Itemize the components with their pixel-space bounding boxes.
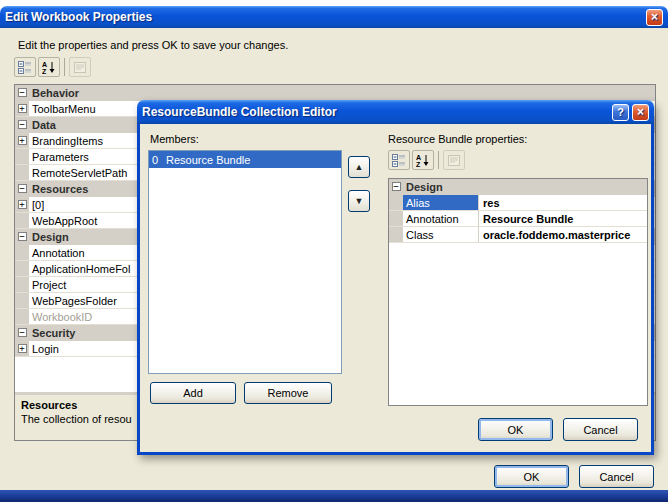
property-row-annotation[interactable]: AnnotationResource Bundle bbox=[389, 211, 647, 227]
row-label: Design bbox=[29, 231, 69, 243]
property-row-alias[interactable]: Aliasres bbox=[389, 195, 647, 211]
expand-icon[interactable]: + bbox=[18, 104, 27, 113]
alphabetical-sort-icon[interactable]: A Z bbox=[38, 57, 60, 77]
row-label: Design bbox=[403, 181, 443, 193]
row-gutter bbox=[389, 211, 403, 226]
move-up-button[interactable]: ▲ bbox=[348, 156, 370, 178]
up-arrow-icon: ▲ bbox=[355, 163, 364, 172]
expand-icon[interactable]: + bbox=[18, 200, 27, 209]
row-label: ToolbarMenu bbox=[29, 103, 96, 115]
row-gutter: − bbox=[15, 229, 29, 244]
collapse-icon[interactable]: − bbox=[18, 184, 27, 193]
property-value[interactable]: Resource Bundle bbox=[479, 213, 647, 225]
row-gutter: + bbox=[15, 101, 29, 116]
row-gutter bbox=[15, 149, 29, 164]
toolbar-separator bbox=[64, 58, 65, 76]
row-gutter bbox=[389, 227, 403, 242]
row-label: WebAppRoot bbox=[29, 215, 97, 227]
close-icon[interactable]: × bbox=[646, 9, 663, 26]
row-gutter bbox=[15, 277, 29, 292]
row-gutter bbox=[389, 195, 403, 210]
instructions-text: Edit the properties and press OK to save… bbox=[18, 39, 288, 51]
row-gutter bbox=[15, 309, 29, 324]
alphabetical-sort-icon[interactable]: A Z bbox=[412, 150, 434, 170]
member-row-resource-bundle[interactable]: 0Resource Bundle bbox=[149, 151, 341, 168]
row-label: WebPagesFolder bbox=[29, 295, 117, 307]
property-name[interactable]: Alias bbox=[403, 195, 479, 210]
row-label: Parameters bbox=[29, 151, 89, 163]
outer-cancel-button[interactable]: Cancel bbox=[579, 465, 654, 488]
remove-button[interactable]: Remove bbox=[244, 382, 332, 404]
screen: Edit Workbook Properties × Edit the prop… bbox=[0, 0, 668, 502]
down-arrow-icon: ▼ bbox=[355, 197, 364, 206]
row-gutter: − bbox=[15, 181, 29, 196]
row-label: Resources bbox=[29, 183, 88, 195]
toolbar-separator bbox=[438, 151, 439, 169]
property-pages-icon bbox=[443, 150, 465, 170]
expand-icon[interactable]: + bbox=[18, 136, 27, 145]
row-label: [0] bbox=[29, 199, 44, 211]
row-gutter: − bbox=[15, 85, 29, 100]
row-gutter: + bbox=[15, 341, 29, 356]
row-gutter bbox=[15, 213, 29, 228]
collapse-icon[interactable]: − bbox=[18, 328, 27, 337]
collapse-icon[interactable]: − bbox=[392, 182, 401, 191]
svg-text:A: A bbox=[42, 61, 47, 68]
collapse-icon[interactable]: − bbox=[18, 232, 27, 241]
category-row-design[interactable]: −Design bbox=[389, 179, 647, 195]
inner-property-toolbar: A Z bbox=[388, 150, 467, 170]
row-label: WorkbookID bbox=[29, 311, 92, 323]
inner-grid-empty-area bbox=[389, 243, 647, 405]
help-icon[interactable]: ? bbox=[612, 104, 629, 121]
inner-property-grid: −DesignAliasresAnnotationResource Bundle… bbox=[388, 178, 648, 406]
category-row-behavior[interactable]: −Behavior bbox=[15, 85, 655, 101]
svg-text:Z: Z bbox=[42, 68, 47, 74]
property-value[interactable]: oracle.foddemo.masterprice bbox=[479, 229, 647, 241]
svg-text:Z: Z bbox=[416, 161, 421, 167]
member-label: Resource Bundle bbox=[163, 154, 250, 166]
collapse-icon[interactable]: − bbox=[18, 88, 27, 97]
add-button[interactable]: Add bbox=[150, 382, 236, 404]
row-gutter: − bbox=[389, 179, 403, 194]
inner-titlebar[interactable]: ResourceBundle Collection Editor ? × bbox=[137, 100, 654, 124]
categorized-icon[interactable] bbox=[388, 150, 410, 170]
row-gutter: + bbox=[15, 197, 29, 212]
row-label: Behavior bbox=[29, 87, 79, 99]
outer-dialog-title: Edit Workbook Properties bbox=[5, 10, 152, 24]
resource-bundle-properties-label: Resource Bundle properties: bbox=[388, 133, 527, 145]
row-gutter bbox=[15, 245, 29, 260]
inner-ok-button[interactable]: OK bbox=[478, 418, 553, 441]
outer-titlebar[interactable]: Edit Workbook Properties × bbox=[0, 6, 668, 28]
row-label: RemoteServletPath bbox=[29, 167, 127, 179]
property-name[interactable]: Class bbox=[403, 227, 479, 242]
row-gutter: − bbox=[15, 325, 29, 340]
row-label: BrandingItems bbox=[29, 135, 103, 147]
member-index: 0 bbox=[149, 154, 163, 166]
row-label: Data bbox=[29, 119, 56, 131]
row-label: Login bbox=[29, 343, 59, 355]
row-gutter: + bbox=[15, 133, 29, 148]
resourcebundle-collection-editor-dialog: ResourceBundle Collection Editor ? × Mem… bbox=[137, 100, 654, 455]
inner-dialog-body: Members: 0Resource Bundle ▲ ▼ Add Remove… bbox=[137, 124, 654, 455]
property-name[interactable]: Annotation bbox=[403, 211, 479, 226]
row-gutter bbox=[15, 261, 29, 276]
members-listbox[interactable]: 0Resource Bundle bbox=[148, 150, 342, 374]
row-label: Project bbox=[29, 279, 66, 291]
outer-property-toolbar: A Z bbox=[14, 57, 93, 77]
row-label: Annotation bbox=[29, 247, 85, 259]
close-icon[interactable]: × bbox=[632, 104, 649, 121]
outer-ok-button[interactable]: OK bbox=[494, 465, 569, 488]
inner-cancel-button[interactable]: Cancel bbox=[563, 418, 638, 441]
window-bottom-border bbox=[0, 490, 668, 502]
row-label: Security bbox=[29, 327, 75, 339]
inner-dialog-title: ResourceBundle Collection Editor bbox=[142, 105, 337, 119]
property-row-class[interactable]: Classoracle.foddemo.masterprice bbox=[389, 227, 647, 243]
categorized-icon[interactable] bbox=[14, 57, 36, 77]
property-pages-icon bbox=[69, 57, 91, 77]
move-down-button[interactable]: ▼ bbox=[348, 190, 370, 212]
collapse-icon[interactable]: − bbox=[18, 120, 27, 129]
inner-grid-rows: −DesignAliasresAnnotationResource Bundle… bbox=[389, 179, 647, 243]
expand-icon[interactable]: + bbox=[18, 344, 27, 353]
row-gutter: − bbox=[15, 117, 29, 132]
property-value[interactable]: res bbox=[479, 197, 647, 209]
